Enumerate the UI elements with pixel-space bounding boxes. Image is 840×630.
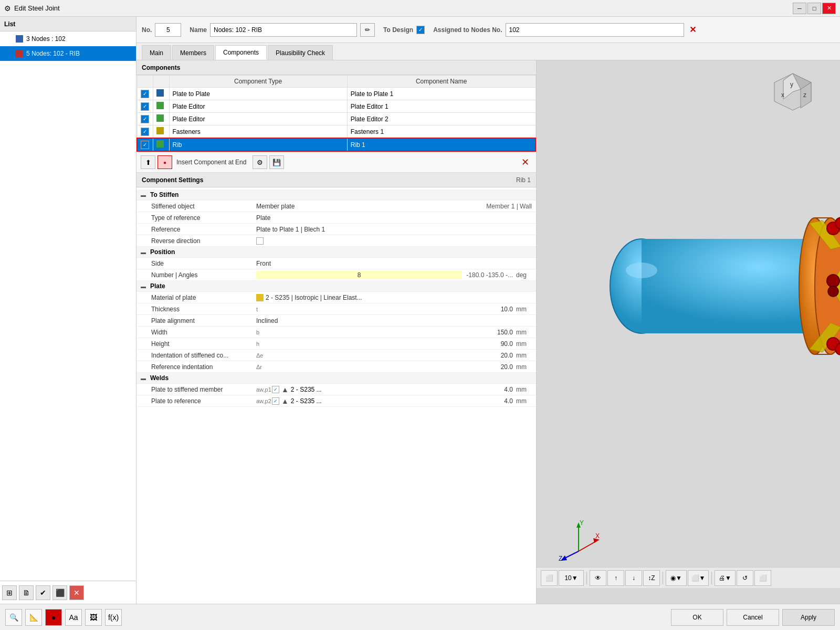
- group-to-stiffen-header[interactable]: ▬ To Stiffen: [136, 190, 536, 201]
- group-position-header[interactable]: ▬ Position: [136, 247, 536, 258]
- comp-row-5-icon: [153, 138, 169, 151]
- app-icon: ⚙: [4, 4, 11, 13]
- tab-bar: Main Members Components Plausibility Che…: [136, 43, 840, 60]
- comp-row-2-check: [137, 100, 153, 113]
- comp-row-1-check: [137, 88, 153, 100]
- vt-btn-2[interactable]: 10▼: [559, 570, 584, 586]
- assigned-label: Assigned to Nodes No.: [433, 26, 502, 34]
- weld-icon-1: ▲: [281, 385, 289, 394]
- red-button[interactable]: ●: [45, 609, 62, 626]
- comp-row-4-icon: [153, 125, 169, 139]
- settings-button[interactable]: ⚙: [253, 155, 267, 169]
- list-toolbar-btn3[interactable]: ✔: [36, 585, 50, 600]
- collapse-position-icon: ▬: [141, 249, 147, 255]
- move-up-button[interactable]: ⬆: [141, 155, 155, 169]
- comp-row-5[interactable]: Rib Rib 1: [137, 138, 536, 151]
- close-button[interactable]: ✕: [822, 3, 836, 14]
- list-item-2[interactable]: 5 Nodes: 102 - RIB: [0, 46, 136, 61]
- col-check: [137, 76, 153, 88]
- name-edit-button[interactable]: ✏: [360, 23, 375, 37]
- assigned-clear-button[interactable]: ✕: [687, 24, 699, 36]
- vt-btn-up[interactable]: ↑: [607, 570, 624, 586]
- comp-row-1[interactable]: Plate to Plate Plate to Plate 1: [137, 88, 536, 100]
- tab-components[interactable]: Components: [215, 45, 267, 60]
- table-toolbar: ⬆ ● Insert Component at End ⚙ 💾 ✕: [136, 152, 536, 173]
- tab-plausibility[interactable]: Plausibility Check: [268, 45, 333, 60]
- vt-btn-z[interactable]: ↕Z: [643, 570, 660, 586]
- view-button[interactable]: 🖼: [85, 609, 102, 626]
- 3d-view[interactable]: y z x: [537, 60, 840, 604]
- vt-btn-print[interactable]: 🖨▼: [715, 570, 736, 586]
- apply-button[interactable]: Apply: [782, 609, 835, 626]
- ok-button[interactable]: OK: [671, 609, 723, 626]
- title-bar: ⚙ Edit Steel Joint ─ □ ✕: [0, 0, 840, 17]
- row-reverse-direction: Reverse direction: [136, 235, 536, 247]
- vt-btn-refresh[interactable]: ↺: [737, 570, 753, 586]
- comp-row-2[interactable]: Plate Editor Plate Editor 1: [137, 100, 536, 113]
- svg-text:z: z: [803, 91, 806, 99]
- list-toolbar-btn4[interactable]: ⬛: [52, 585, 67, 600]
- row-ref-indentation: Reference indentation Δr 20.0 mm: [136, 361, 536, 373]
- settings-title: Component Settings: [142, 176, 203, 184]
- svg-text:Y: Y: [580, 520, 584, 527]
- list-item-2-label: 5 Nodes: 102 - RIB: [26, 50, 80, 57]
- svg-text:y: y: [790, 81, 793, 88]
- row-reference: Reference Plate to Plate 1 | Blech 1: [136, 224, 536, 235]
- cancel-button[interactable]: Cancel: [727, 609, 779, 626]
- comp-row-4[interactable]: Fasteners Fasteners 1: [137, 125, 536, 139]
- list-delete-button[interactable]: ✕: [69, 585, 84, 600]
- minimize-button[interactable]: ─: [793, 3, 806, 14]
- vt-btn-eye[interactable]: 👁: [590, 570, 606, 586]
- vt-btn-render[interactable]: ◉▼: [666, 570, 687, 586]
- save-button[interactable]: 💾: [269, 155, 284, 169]
- left-panel-toolbar: ⊞ 🗎 ✔ ⬛ ✕: [0, 581, 136, 604]
- vt-btn-1[interactable]: ⬜: [541, 570, 558, 586]
- group-welds-header[interactable]: ▬ Welds: [136, 373, 536, 384]
- reverse-direction-check[interactable]: [256, 237, 264, 245]
- vt-btn-export[interactable]: ⬜: [754, 570, 771, 586]
- weld-check-1[interactable]: [272, 386, 279, 393]
- vt-btn-down[interactable]: ↓: [625, 570, 642, 586]
- ruler-button[interactable]: 📐: [25, 609, 42, 626]
- fx-button[interactable]: f(x): [105, 609, 122, 626]
- name-group: Name ✏: [190, 23, 375, 37]
- assigned-input[interactable]: [506, 23, 684, 37]
- weld-icon-2: ▲: [281, 397, 289, 405]
- list-item-1[interactable]: 3 Nodes : 102: [0, 32, 136, 46]
- row-plate-alignment: Plate alignment Inclined: [136, 315, 536, 327]
- to-design-checkbox[interactable]: [416, 26, 425, 34]
- maximize-button[interactable]: □: [807, 3, 821, 14]
- content-split: Components Component Type Component Name: [136, 60, 840, 604]
- tab-members[interactable]: Members: [172, 45, 214, 60]
- no-group: No.: [142, 23, 181, 37]
- delete-component-button[interactable]: ✕: [518, 155, 532, 169]
- collapse-plate-icon: ▬: [141, 284, 147, 289]
- comp-row-2-type: Plate Editor: [169, 100, 347, 113]
- comp-row-2-name: Plate Editor 1: [347, 100, 536, 113]
- insert-button[interactable]: ●: [158, 155, 172, 169]
- comp-row-3[interactable]: Plate Editor Plate Editor 2: [137, 113, 536, 125]
- group-to-stiffen: ▬ To Stiffen Stiffened object Member pla…: [136, 190, 536, 247]
- no-input[interactable]: [155, 23, 181, 37]
- row-height: Height h 90.0 mm: [136, 338, 536, 350]
- to-design-group: To Design: [383, 26, 425, 34]
- collapse-to-stiffen-icon: ▬: [141, 192, 147, 198]
- name-input[interactable]: [210, 23, 357, 37]
- svg-text:Z: Z: [559, 555, 562, 562]
- weld-check-2[interactable]: [272, 397, 279, 405]
- group-plate-header[interactable]: ▬ Plate: [136, 281, 536, 292]
- list-toolbar-btn1[interactable]: ⊞: [2, 585, 17, 600]
- col-type: Component Type: [169, 76, 347, 88]
- top-fields: No. Name ✏ To Design Assigned to Nodes N…: [136, 17, 840, 43]
- tab-main[interactable]: Main: [142, 45, 171, 60]
- comp-row-4-type: Fasteners: [169, 125, 347, 139]
- comp-row-5-type: Rib: [169, 138, 347, 151]
- row-side: Side Front: [136, 258, 536, 269]
- components-table: Component Type Component Name Plate to P…: [136, 75, 536, 152]
- row-material: Material of plate 2 - S235 | Isotropic |…: [136, 292, 536, 303]
- list-toolbar-btn2[interactable]: 🗎: [19, 585, 34, 600]
- vt-btn-display[interactable]: ⬜▼: [688, 570, 709, 586]
- search-button[interactable]: 🔍: [5, 609, 22, 626]
- comp-row-2-icon: [153, 100, 169, 113]
- text-button[interactable]: Aa: [65, 609, 82, 626]
